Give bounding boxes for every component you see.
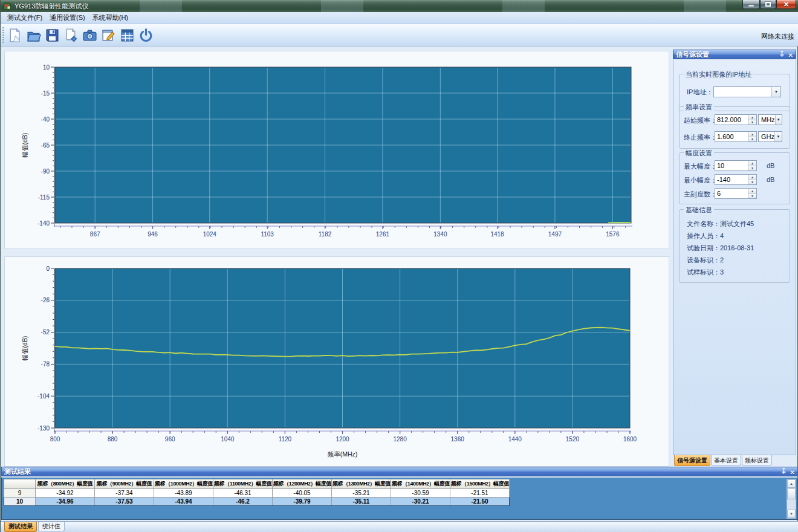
min-amplitude-spinner[interactable]: ▲▼ [748,175,756,184]
new-file-icon [7,28,22,43]
table-row[interactable]: 10-34.96-37.53-43.94-46.2-39.79-35.11-30… [4,498,510,506]
results-pin-icon[interactable] [781,468,787,476]
results-vertical-scrollbar[interactable]: ▲ ▼ [787,479,796,519]
ip-combo-arrow-icon[interactable]: ▼ [771,87,780,97]
value-cell[interactable]: -30.21 [391,498,450,506]
spin-up-icon[interactable]: ▲ [748,175,756,180]
spin-up-icon[interactable]: ▲ [748,132,756,137]
results-panel-titlebar[interactable]: 测试结果 ✕ [1,467,798,476]
signal-panel-tabstrip: 信号源设置 基本设置 频标设置 [673,455,796,467]
value-cell[interactable]: -35.21 [332,489,391,498]
data-table-button[interactable] [118,26,137,44]
table-column-header[interactable]: 频标（1300MHz）幅度值 [332,479,391,489]
spin-up-icon[interactable]: ▲ [748,189,756,193]
value-cell[interactable]: -43.94 [154,498,213,506]
x-tick-label: 1576 [606,231,620,238]
table-column-header[interactable]: 频标（1400MHz）幅度值 [391,479,450,489]
min-amplitude-input[interactable] [715,175,748,184]
tab-marker-settings[interactable]: 频标设置 [742,455,772,465]
value-cell[interactable]: -21.50 [450,498,510,506]
close-panel-icon[interactable]: ✕ [788,51,793,59]
value-cell[interactable]: -30.59 [391,489,450,498]
amplitude-chart-top[interactable]: 10-15-40-65-90-115-140867946102411031182… [5,51,669,248]
max-amplitude-spinbox[interactable]: ▲▼ [715,160,757,171]
titlebar-gloss [1,0,798,12]
save-button[interactable] [43,26,62,44]
tab-statistics[interactable]: 统计值 [38,522,65,531]
table-row[interactable]: 9-34.92-37.34-43.89-46.31-40.05-35.21-30… [4,489,510,498]
min-amplitude-spinbox[interactable]: ▲▼ [715,174,757,185]
table-column-header[interactable]: 频标（900MHz）幅度值 [95,479,154,489]
open-file-button[interactable] [24,26,43,44]
spin-down-icon[interactable]: ▼ [748,166,756,171]
value-cell[interactable]: -34.96 [36,498,95,506]
major-scale-spinner[interactable]: ▲▼ [748,189,756,198]
value-cell[interactable]: -46.31 [213,489,273,498]
menu-system-help[interactable]: 系统帮助(H) [89,12,132,24]
start-frequency-unit-combo[interactable]: MHz ▼ [758,114,782,125]
max-amplitude-input[interactable] [715,161,748,170]
stop-frequency-spinbox[interactable]: ▲▼ [715,131,757,142]
spin-up-icon[interactable]: ▲ [748,115,756,120]
value-cell[interactable]: -39.79 [273,498,332,506]
major-scale-spinbox[interactable]: ▲▼ [715,188,757,199]
tab-basic-settings[interactable]: 基本设置 [711,455,741,465]
value-cell[interactable]: -46.2 [213,498,273,506]
edit-report-button[interactable] [99,26,118,44]
start-unit-arrow-icon[interactable]: ▼ [775,115,782,125]
stop-frequency-unit-combo[interactable]: GHz ▼ [758,131,782,142]
start-frequency-input[interactable] [715,115,748,125]
ip-address-combobox[interactable]: ▼ [713,86,781,97]
minimize-button[interactable] [742,0,760,9]
row-number-cell[interactable]: 10 [4,498,36,506]
scrollbar-thumb[interactable] [787,488,796,499]
table-column-header[interactable]: 频标（1500MHz）幅度值 [450,479,510,489]
spin-up-icon[interactable]: ▲ [748,161,756,166]
table-column-header[interactable]: 频标（1100MHz）幅度值 [213,479,273,489]
tab-signal-source-settings[interactable]: 信号源设置 [674,455,710,466]
export-file-icon [63,28,79,43]
scroll-up-icon[interactable]: ▲ [787,479,796,488]
close-button[interactable]: ✕ [776,0,796,9]
results-table[interactable]: 频标（800MHz）幅度值频标（900MHz）幅度值频标（1000MHz）幅度值… [4,479,510,506]
spin-down-icon[interactable]: ▼ [748,137,756,142]
toolbar-grip[interactable] [2,27,4,43]
snapshot-button[interactable] [80,26,99,44]
major-scale-input[interactable] [715,189,748,198]
power-button[interactable] [137,26,155,44]
amplitude-chart-bottom[interactable]: 0-26-52-78-104-1308008809601040112012001… [5,257,669,466]
value-cell[interactable]: -21.51 [450,489,510,498]
tab-test-results[interactable]: 测试结果 [4,522,37,532]
maximize-button[interactable] [760,0,776,9]
stop-frequency-spinner[interactable]: ▲▼ [748,132,756,141]
value-cell[interactable]: -37.53 [95,498,154,506]
value-cell[interactable]: -43.89 [154,489,213,498]
start-frequency-spinbox[interactable]: ▲▼ [715,114,757,125]
stop-unit-arrow-icon[interactable]: ▼ [774,132,782,141]
app-icon [4,2,11,10]
row-number-cell[interactable]: 9 [4,489,36,498]
max-amplitude-spinner[interactable]: ▲▼ [748,161,756,170]
value-cell[interactable]: -34.92 [36,489,95,498]
spin-down-icon[interactable]: ▼ [748,180,756,185]
start-frequency-spinner[interactable]: ▲▼ [748,115,756,125]
spin-down-icon[interactable]: ▼ [748,120,756,125]
table-column-header[interactable]: 频标（1200MHz）幅度值 [273,479,332,489]
x-tick-label: 1497 [548,231,562,238]
menu-test-file[interactable]: 测试文件(F) [4,12,46,24]
scroll-down-icon[interactable]: ▼ [787,510,796,518]
spin-down-icon[interactable]: ▼ [748,193,756,199]
title-bar[interactable]: YG913防辐射性能测试仪 ✕ [1,0,798,12]
value-cell[interactable]: -35.11 [332,498,391,506]
results-close-icon[interactable]: ✕ [790,469,795,476]
value-cell[interactable]: -40.05 [273,489,332,498]
signal-panel-titlebar[interactable]: 信号源设置 ✕ [673,50,796,59]
pin-icon[interactable] [779,51,785,59]
table-column-header[interactable]: 频标（1000MHz）幅度值 [154,479,213,489]
table-column-header[interactable]: 频标（800MHz）幅度值 [36,479,95,489]
new-file-button[interactable] [5,26,24,44]
export-file-button[interactable] [62,26,80,44]
value-cell[interactable]: -37.34 [95,489,154,498]
stop-frequency-input[interactable] [715,132,748,141]
menu-general-settings[interactable]: 通用设置(S) [46,12,89,24]
